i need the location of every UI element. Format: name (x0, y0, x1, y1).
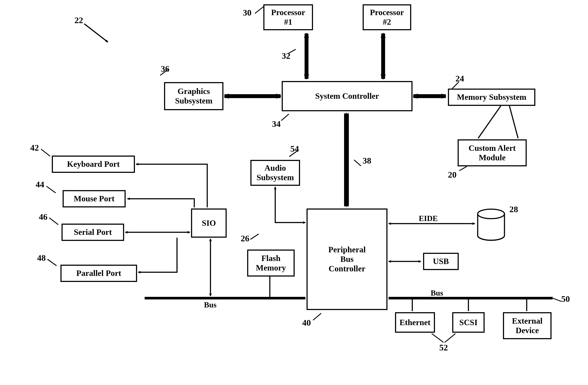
peripheral-bus-controller-box: PeripheralBusController (307, 208, 387, 310)
ref-34: 34 (272, 119, 281, 129)
ref-20: 20 (448, 170, 457, 180)
svg-line-34 (432, 334, 443, 342)
svg-line-28 (490, 211, 499, 216)
audio-subsystem-box: AudioSubsystem (251, 160, 300, 186)
eide-label: EIDE (419, 214, 438, 223)
ethernet-box: Ethernet (395, 312, 435, 333)
system-controller-box: System Controller (282, 81, 413, 111)
memory-subsystem-box: Memory Subsystem (448, 89, 535, 106)
svg-line-22 (354, 160, 361, 166)
svg-line-26 (251, 234, 259, 239)
ref-40: 40 (302, 317, 311, 328)
graphics-subsystem-box: GraphicsSubsystem (164, 82, 223, 110)
ref-54: 54 (290, 144, 299, 154)
ref-36: 36 (161, 64, 169, 74)
bus-left-label: Bus (204, 300, 216, 309)
ref-46: 46 (39, 212, 47, 222)
svg-line-32 (47, 259, 57, 266)
ref-24: 24 (456, 73, 464, 84)
flash-memory-box: FlashMemory (247, 249, 295, 276)
svg-line-31 (49, 218, 58, 225)
ref-22: 22 (74, 15, 83, 25)
bus-right-label: Bus (431, 288, 443, 297)
svg-line-27 (313, 313, 321, 320)
svg-line-30 (46, 186, 56, 193)
parallel-port-box: Parallel Port (61, 265, 137, 282)
usb-box: USB (423, 253, 459, 270)
svg-line-21 (281, 114, 289, 121)
ref-48: 48 (37, 253, 46, 263)
ref-42: 42 (30, 143, 39, 153)
keyboard-port-box: Keyboard Port (52, 156, 135, 173)
external-device-box: ExternalDevice (503, 312, 551, 339)
processor-1-box: Processor#1 (263, 4, 313, 30)
svg-line-16 (478, 106, 501, 138)
ref-52: 52 (439, 342, 448, 353)
ref-44: 44 (36, 179, 44, 189)
processor-2-box: Processor#2 (363, 4, 411, 30)
svg-line-29 (41, 149, 50, 156)
svg-line-35 (445, 334, 456, 342)
scsi-box: SCSI (452, 312, 484, 333)
ref-28: 28 (509, 204, 518, 214)
svg-point-36 (478, 209, 504, 219)
svg-line-24 (459, 166, 467, 171)
ref-32: 32 (282, 51, 290, 61)
svg-line-17 (509, 106, 518, 138)
custom-alert-module-box: Custom AlertModule (458, 139, 527, 166)
ref-26: 26 (241, 233, 249, 244)
ref-30: 30 (243, 8, 252, 18)
mouse-port-box: Mouse Port (63, 190, 126, 207)
serial-port-box: Serial Port (62, 224, 124, 241)
svg-line-33 (553, 298, 561, 301)
ref-38: 38 (363, 156, 371, 166)
svg-line-0 (84, 24, 108, 42)
svg-line-18 (255, 6, 264, 13)
ref-50: 50 (561, 294, 570, 304)
sio-box: SIO (191, 208, 227, 238)
